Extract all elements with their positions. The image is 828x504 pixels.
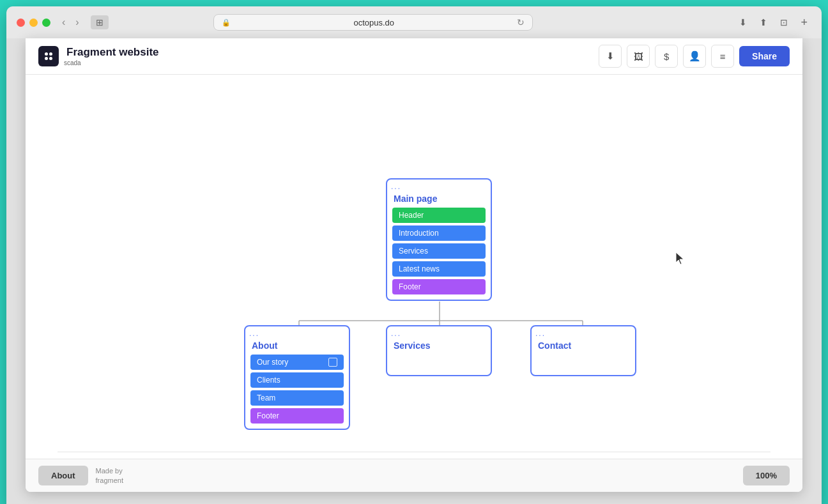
doc-button[interactable]: ≡ [711,45,734,68]
made-by-text: Made by fragment [96,466,123,485]
canvas-divider [57,452,770,452]
services-node[interactable]: ... Services [386,325,492,376]
download-icon: ⬇ [606,50,615,62]
about-ourstory-item[interactable]: Our story [250,355,344,370]
lock-icon: 🔒 [222,19,231,27]
contact-node[interactable]: ... Contact [530,325,636,376]
logo-icon [38,46,59,66]
traffic-lights [17,19,50,27]
canvas-area[interactable]: ... Main page Header Introduction Servic… [26,75,802,459]
new-tab-button[interactable]: + [797,15,811,31]
zoom-level[interactable]: 100% [743,466,790,485]
close-button[interactable] [17,19,25,27]
image-icon: 🖼 [634,51,643,62]
maximize-button[interactable] [42,19,50,27]
tabs-button[interactable]: ⊡ [776,15,792,29]
billing-button[interactable]: $ [655,45,678,68]
about-clients-item[interactable]: Clients [250,372,344,388]
split-view-button[interactable]: ⊞ [91,15,109,29]
cursor [676,252,685,268]
app-footer: About Made by fragment 100% [26,459,802,492]
app-logo: Fragment website scada [38,46,159,66]
about-title: About [245,339,349,355]
about-footer-item[interactable]: Footer [250,408,344,424]
share-browser-button[interactable]: ⬆ [756,15,771,29]
app-title: Fragment website [66,46,159,59]
back-button[interactable]: ‹ [58,15,69,29]
about-dots: ... [245,326,349,339]
url-text: octopus.do [234,18,513,27]
contact-title: Contact [532,339,635,355]
main-page-items: Header Introduction Services Latest news… [387,208,491,300]
main-page-dots: ... [387,179,491,192]
main-page-node[interactable]: ... Main page Header Introduction Servic… [386,178,492,301]
main-page-title: Main page [387,192,491,208]
download-asset-button[interactable]: ⬇ [599,45,622,68]
about-items: Our story Clients Team Footer [245,355,349,429]
main-latestnews-item[interactable]: Latest news [392,261,486,277]
contact-dots: ... [532,326,635,339]
user-button[interactable]: 👤 [683,45,706,68]
ourstory-icon [328,358,337,367]
logo-label: scada [64,59,159,66]
services-dots: ... [387,326,491,339]
main-header-item[interactable]: Header [392,208,486,223]
main-footer-item[interactable]: Footer [392,279,486,294]
about-button[interactable]: About [38,466,88,485]
about-team-item[interactable]: Team [250,390,344,406]
app-header: Fragment website scada ⬇ 🖼 $ 👤 ≡ [26,38,802,75]
user-icon: 👤 [689,50,701,62]
main-introduction-item[interactable]: Introduction [392,225,486,241]
header-actions: ⬇ 🖼 $ 👤 ≡ Share [599,45,790,68]
reload-button[interactable]: ↻ [517,17,525,27]
share-button[interactable]: Share [739,46,790,66]
main-services-item[interactable]: Services [392,243,486,259]
dollar-icon: $ [664,51,669,62]
about-node[interactable]: ... About Our story Clients Team Footer [244,325,350,430]
services-title: Services [387,339,491,355]
forward-button[interactable]: › [72,15,82,29]
image-button[interactable]: 🖼 [627,45,650,68]
doc-icon: ≡ [720,51,726,62]
download-icon[interactable]: ⬇ [735,15,751,29]
minimize-button[interactable] [29,19,38,27]
address-bar: 🔒 octopus.do ↻ [213,14,533,31]
